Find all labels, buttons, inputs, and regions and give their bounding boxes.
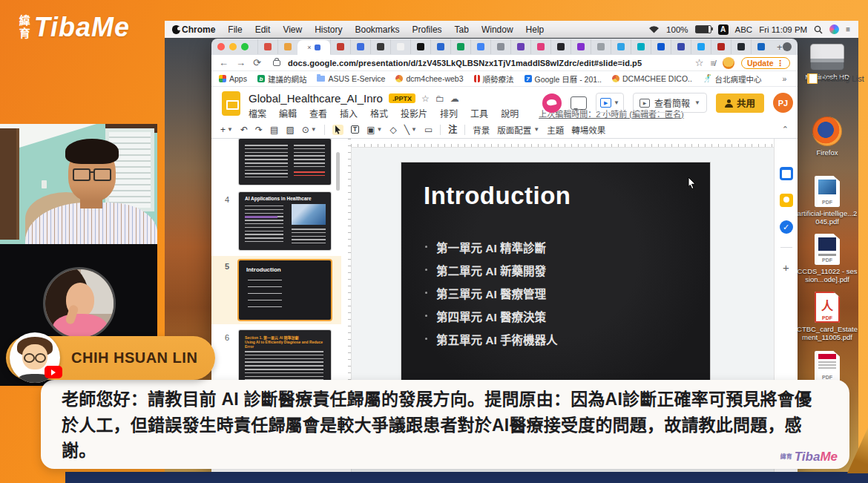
bookmark-item[interactable]: 順勢療法 bbox=[474, 73, 514, 85]
desktop-icon-pdf-3[interactable]: 人PDF CTBC_card_Estate ment_11005.pdf bbox=[797, 292, 858, 351]
browser-tab[interactable] bbox=[390, 39, 410, 54]
share-button[interactable]: 共用 bbox=[716, 93, 764, 113]
insert-shape-button[interactable]: ◇ bbox=[390, 125, 397, 134]
menubar-item[interactable]: Tab bbox=[455, 24, 469, 35]
bookmark-star-icon[interactable]: ☆ bbox=[695, 57, 704, 68]
browser-tab[interactable] bbox=[731, 39, 751, 54]
browser-tab[interactable] bbox=[410, 39, 430, 54]
bookmark-item[interactable]: dcm4chee-web3 bbox=[395, 74, 463, 83]
collapse-toolbar-icon[interactable]: ⌃ bbox=[782, 125, 789, 134]
background-button[interactable]: 背景 bbox=[473, 124, 490, 136]
bookmark-item[interactable]: DCM4CHEE DICO.. bbox=[612, 74, 692, 83]
current-slide[interactable]: Introduction 第一單元 AI 精準診斷第二單元 AI 新藥開發第三單… bbox=[401, 162, 710, 393]
browser-tab[interactable] bbox=[510, 39, 530, 54]
slides-menu-item[interactable]: 工具 bbox=[470, 107, 488, 119]
menubar-item[interactable]: Profiles bbox=[412, 24, 442, 35]
active-tab[interactable]: × bbox=[297, 40, 330, 55]
bookmark-folder[interactable]: ASUS E-Service bbox=[317, 74, 385, 83]
menubar-item[interactable]: Chrome bbox=[182, 24, 215, 35]
bookmark-apps[interactable]: Apps bbox=[219, 74, 247, 83]
profile-avatar-icon[interactable] bbox=[723, 57, 734, 69]
insert-line-button[interactable]: ╲▼ bbox=[404, 125, 417, 134]
browser-tab[interactable] bbox=[430, 39, 450, 54]
slides-menu-item[interactable]: 說明 bbox=[501, 107, 519, 119]
add-addon-icon[interactable]: + bbox=[783, 261, 789, 274]
browser-tab[interactable] bbox=[631, 39, 651, 54]
google-keep-icon[interactable] bbox=[780, 194, 793, 207]
reading-list-button[interactable]: Reading List bbox=[807, 73, 864, 84]
menubar-item[interactable]: Window bbox=[481, 24, 513, 35]
extension-icon[interactable]: ≡/ bbox=[710, 59, 715, 68]
menubar-clock[interactable]: Fri 11:09 PM bbox=[759, 25, 807, 34]
browser-tab[interactable] bbox=[691, 39, 711, 54]
notification-center-icon[interactable]: ≡ bbox=[846, 25, 851, 33]
insert-image-button[interactable]: ▣▼ bbox=[366, 125, 382, 134]
meet-bird-icon[interactable] bbox=[542, 93, 562, 113]
browser-tab[interactable] bbox=[490, 39, 510, 54]
star-icon[interactable]: ☆ bbox=[421, 93, 430, 104]
paint-format-button[interactable]: ▨ bbox=[286, 125, 294, 134]
browser-tab[interactable] bbox=[450, 39, 470, 54]
reload-button[interactable]: ⟳ bbox=[253, 58, 261, 68]
text-box-button[interactable]: T bbox=[351, 125, 360, 134]
browser-tab[interactable] bbox=[671, 39, 691, 54]
google-tasks-icon[interactable]: ✓ bbox=[780, 220, 793, 234]
desktop-icon-firefox[interactable]: Firefox bbox=[812, 116, 842, 176]
menubar-item[interactable]: View bbox=[283, 24, 302, 35]
slide-title[interactable]: Introduction bbox=[424, 182, 571, 210]
forward-button[interactable]: → bbox=[236, 58, 246, 68]
select-tool-button[interactable] bbox=[332, 125, 343, 135]
browser-tab[interactable] bbox=[751, 39, 771, 54]
slides-menu-item[interactable]: 插入 bbox=[340, 107, 358, 119]
tab-overview-icon[interactable] bbox=[783, 42, 792, 51]
slides-menu-item[interactable]: 查看 bbox=[309, 107, 327, 119]
slide-thumbnail-5-selected[interactable]: Introduction bbox=[239, 260, 331, 320]
cloud-status-icon[interactable]: ☁ bbox=[450, 93, 459, 104]
browser-tab[interactable] bbox=[651, 39, 671, 54]
document-title[interactable]: Global_Healthcare_AI_Inro bbox=[249, 92, 383, 105]
view-presentation-button[interactable]: ▶查看簡報▼ bbox=[633, 93, 707, 113]
zoom-button[interactable]: ⊙▼ bbox=[302, 125, 317, 134]
google-slides-icon[interactable] bbox=[222, 91, 240, 116]
slides-menu-item[interactable]: 編輯 bbox=[279, 107, 297, 119]
transition-button[interactable]: 轉場效果 bbox=[571, 124, 605, 136]
browser-tab[interactable] bbox=[350, 39, 370, 54]
bookmark-item[interactable]: 🕺台北病理中心 bbox=[703, 73, 761, 85]
bookmark-item[interactable]: b建議的網站 bbox=[257, 73, 307, 85]
desktop-icon-pdf-2[interactable]: PDF CCDS_11022 - session...ode].pdf bbox=[797, 234, 858, 292]
insert-comment-button[interactable]: ▭ bbox=[424, 125, 433, 134]
battery-icon[interactable] bbox=[695, 25, 711, 33]
window-zoom-button[interactable] bbox=[241, 43, 249, 50]
window-minimize-button[interactable] bbox=[229, 43, 237, 50]
browser-tab[interactable] bbox=[370, 39, 390, 54]
browser-tab[interactable] bbox=[470, 39, 490, 54]
back-button[interactable]: ← bbox=[219, 58, 228, 68]
siri-icon[interactable] bbox=[829, 24, 839, 34]
move-folder-icon[interactable]: 🗀 bbox=[435, 93, 444, 104]
browser-tab[interactable] bbox=[611, 39, 631, 54]
slide-thumbnail-3[interactable] bbox=[239, 139, 331, 185]
theme-button[interactable]: 主題 bbox=[547, 124, 564, 136]
thumbnail-scrollbar[interactable] bbox=[336, 152, 340, 191]
browser-tab[interactable] bbox=[330, 39, 350, 54]
new-slide-button[interactable]: + ▼ bbox=[220, 125, 233, 134]
input-source-icon[interactable]: A bbox=[718, 24, 729, 35]
menubar-item[interactable]: File bbox=[228, 24, 242, 35]
google-calendar-icon[interactable] bbox=[780, 167, 793, 180]
tab-close-icon[interactable]: × bbox=[307, 44, 311, 51]
window-close-button[interactable] bbox=[217, 43, 225, 50]
slide-bullet-list[interactable]: 第一單元 AI 精準診斷第二單元 AI 新藥開發第三單元 AI 醫療管理第四單元… bbox=[425, 235, 558, 350]
slides-menu-item[interactable]: 排列 bbox=[440, 107, 458, 119]
url-text[interactable]: docs.google.com/presentation/d/1zV453LkQ… bbox=[288, 59, 642, 68]
bookmark-item[interactable]: 7Google 日曆 - 201.. bbox=[525, 73, 602, 85]
slides-menu-item[interactable]: 投影片 bbox=[401, 107, 427, 119]
wifi-icon[interactable] bbox=[648, 25, 660, 33]
browser-tab[interactable] bbox=[257, 39, 277, 54]
menubar-item[interactable]: Edit bbox=[255, 24, 271, 35]
menubar-item[interactable]: History bbox=[315, 24, 342, 35]
layout-button[interactable]: 版面配置▼ bbox=[497, 124, 539, 136]
bookmarks-overflow-chevron[interactable]: » bbox=[782, 74, 786, 83]
browser-tab[interactable] bbox=[550, 39, 571, 54]
new-tab-button[interactable]: + bbox=[777, 42, 783, 53]
slide-thumbnail-4[interactable]: AI Applications in Healthcare bbox=[239, 192, 331, 250]
